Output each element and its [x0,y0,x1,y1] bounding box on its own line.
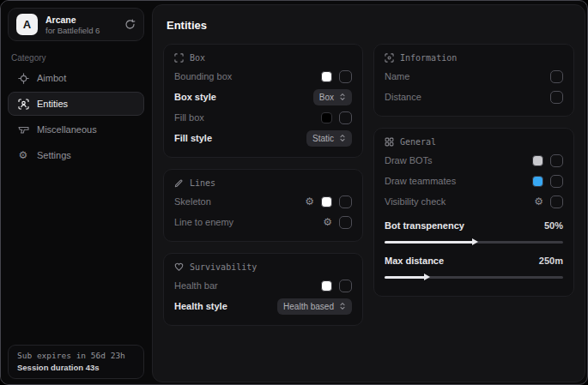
sidebar-item-miscellaneous[interactable]: Miscellaneous [8,117,144,141]
subscription-info-card: Sub expires in 56d 23h Session duration … [8,345,144,379]
general-card: General Draw BOTs Draw teammates [373,128,574,297]
heart-pulse-icon [174,262,184,272]
slider-fill [385,241,474,244]
setting-row-draw-teammates: Draw teammates [385,171,563,190]
slider-thumb[interactable] [472,238,478,245]
select-value: Static [312,134,334,143]
sub-expiry-text: Sub expires in 56d 23h [17,351,135,360]
max-distance-value: 250m [539,256,563,266]
setting-row-draw-bots: Draw BOTs [385,151,563,170]
setting-label: Distance [385,92,421,102]
health-bar-checkbox[interactable] [339,280,352,292]
section-title: General [400,137,436,147]
name-checkbox[interactable] [550,70,563,83]
sidebar-item-aimbot[interactable]: Aimbot [8,66,144,90]
gear-icon: ⚙ [17,150,29,160]
session-duration-text: Session duration 43s [17,363,135,372]
sidebar-item-entities[interactable]: Entities [8,92,144,116]
crosshair-icon [17,73,29,84]
app-avatar: A [16,14,38,35]
skeleton-settings-gear-icon[interactable]: ⚙ [305,196,314,207]
setting-row-fill-style: Fill style Static [174,129,352,147]
setting-row-health-style: Health style Health based [174,297,352,316]
sidebar-item-label: Entities [37,99,68,109]
visibility-check-checkbox[interactable] [550,196,563,208]
section-title: Box [190,53,205,63]
max-distance-slider[interactable] [385,273,563,281]
select-value: Box [319,93,334,102]
setting-row-bounding-box: Bounding box [174,67,352,86]
setting-label: Bounding box [174,71,232,81]
line-to-enemy-checkbox[interactable] [339,216,352,229]
slider-fill [385,276,426,279]
sidebar-item-label: Aimbot [37,73,66,83]
visibility-settings-gear-icon[interactable]: ⚙ [534,196,543,207]
setting-row-distance: Distance [385,87,563,106]
setting-row-line-to-enemy: Line to enemy ⚙ [174,213,352,232]
setting-row-name: Name [385,67,563,86]
page-title: Entities [167,19,574,32]
bounding-box-checkbox[interactable] [339,70,352,83]
setting-row-skeleton: Skeleton ⚙ [174,192,352,211]
pencil-line-icon [174,178,184,188]
draw-teammates-checkbox[interactable] [550,175,563,188]
fill-style-select[interactable]: Static [306,130,352,147]
chevron-updown-icon [339,134,346,142]
slider-thumb[interactable] [424,274,430,280]
setting-label: Fill style [174,133,212,143]
setting-row-health-bar: Health bar [174,276,352,295]
color-swatch[interactable] [532,176,543,187]
setting-label: Skeleton [174,196,211,207]
section-title: Survivability [190,262,257,272]
line-to-enemy-settings-gear-icon[interactable]: ⚙ [323,217,332,227]
color-swatch[interactable] [321,71,332,82]
refresh-icon[interactable] [124,19,136,30]
sidebar-item-label: Settings [37,150,71,160]
section-title: Information [400,53,457,63]
sidebar-item-settings[interactable]: ⚙ Settings [8,143,144,167]
fill-box-checkbox[interactable] [339,111,352,124]
box-style-select[interactable]: Box [313,89,352,105]
color-swatch[interactable] [321,112,332,123]
box-corners-icon [174,53,184,63]
sidebar-item-label: Miscellaneous [37,124,97,135]
setting-label: Draw teammates [385,176,456,186]
lines-card: Lines Skeleton ⚙ Line to enemy ⚙ [163,169,363,242]
setting-label: Name [385,71,409,81]
category-label: Category [11,53,144,63]
sidebar: A Arcane for Battlefield 6 Category Aimb [1,1,151,384]
bot-transparency-value: 50% [544,220,563,231]
distance-checkbox[interactable] [550,91,563,104]
setting-label: Line to enemy [174,217,233,227]
app-subtitle: for Battlefield 6 [45,26,117,35]
color-swatch[interactable] [532,155,543,166]
draw-bots-checkbox[interactable] [550,154,563,167]
gun-icon [17,124,29,135]
setting-label: Visibility check [385,196,446,207]
grid-icon [385,137,394,147]
health-style-select[interactable]: Health based [277,298,352,315]
bot-transparency-slider[interactable] [385,238,563,246]
setting-label: Draw BOTs [385,155,433,165]
color-swatch[interactable] [321,280,332,292]
app-meta: Arcane for Battlefield 6 [45,15,117,35]
setting-label: Box style [174,92,216,102]
setting-label: Health style [174,301,227,311]
person-scan-icon [17,99,29,110]
section-title: Lines [190,178,215,188]
setting-row-visibility-check: Visibility check ⚙ [385,192,563,211]
info-scan-icon [385,53,394,63]
skeleton-checkbox[interactable] [339,196,352,208]
app-name: Arcane [45,15,117,25]
information-card: Information Name Distance [373,44,574,117]
setting-row-box-style: Box style Box [174,87,352,106]
box-card: Box Bounding box Box style Box [163,44,363,158]
survivability-card-header: Survivability [174,262,352,272]
survivability-card: Survivability Health bar Health style He… [163,253,363,326]
setting-label: Bot transpenency [385,220,464,231]
lines-card-header: Lines [174,178,352,188]
app-header-card: A Arcane for Battlefield 6 [8,8,144,41]
setting-row-max-distance: Max distance 250m [385,251,563,270]
color-swatch[interactable] [321,196,332,208]
setting-row-bot-transparency: Bot transpenency 50% [385,216,563,235]
